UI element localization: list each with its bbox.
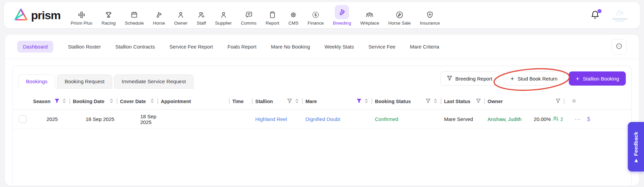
filter-funnel-icon[interactable] (287, 99, 292, 104)
breeding-report-button[interactable]: Breeding Report (440, 71, 499, 86)
mare-link[interactable]: Dignified Doubt (305, 116, 340, 122)
filter-funnel-icon-active[interactable] (55, 99, 59, 104)
header-last-status[interactable]: Last Status (441, 93, 485, 109)
nav-item-prism-plus[interactable]: Prism Plus (71, 5, 93, 26)
nav-item-supplier[interactable]: Supplier (215, 5, 232, 26)
chat-icon (244, 10, 253, 19)
header-booking-date[interactable]: Booking Date (70, 93, 117, 109)
cell-appointment (158, 110, 230, 129)
filter-funnel-icon[interactable] (426, 99, 431, 104)
nav-item-comms[interactable]: Comms (241, 5, 257, 26)
partner-stable-logo[interactable] (610, 9, 629, 22)
prism-plus-icon (77, 10, 86, 19)
filter-funnel-icon[interactable] (556, 99, 560, 104)
module-switcher: Prism Plus Racing Schedule Horse Owner S… (71, 5, 440, 26)
cell-row-actions: ⋯ $ (564, 110, 631, 129)
sort-icon[interactable] (110, 98, 113, 105)
plus-icon: + (576, 75, 579, 82)
subnav-weekly-stats[interactable]: Weekly Stats (325, 44, 354, 50)
sort-icon[interactable] (434, 98, 437, 105)
header-cover-date[interactable]: Cover Date (117, 93, 158, 109)
row-checkbox[interactable] (19, 115, 27, 123)
header-booking-status[interactable]: Booking Status (372, 93, 441, 109)
cell-last-status: Mare Served (441, 110, 485, 129)
feedback-button[interactable]: ▶ Feedback (628, 122, 644, 172)
nav-item-wrkplace[interactable]: Wrkplace (360, 5, 379, 26)
subnav-foals-report[interactable]: Foals Report (228, 44, 257, 50)
header-season[interactable]: Season (30, 93, 70, 109)
header-owner[interactable]: Owner (485, 93, 564, 109)
nav-item-staff[interactable]: Staff (197, 5, 206, 26)
svg-text:$: $ (315, 13, 317, 17)
sort-icon[interactable] (150, 98, 154, 105)
partner-logo-text-line (615, 21, 624, 22)
shield-plus-icon (426, 10, 434, 19)
prism-logo-icon (13, 7, 28, 23)
sort-icon[interactable] (364, 98, 368, 105)
owner-link[interactable]: Anshaw, Judith (488, 116, 522, 122)
subnav-stallion-contracts[interactable]: Stallion Contracts (115, 44, 155, 50)
owner-share-percent: 20.00% (534, 116, 551, 122)
filter-funnel-icon-active[interactable] (357, 99, 361, 104)
header-time[interactable]: Time (230, 93, 253, 109)
circle-ellipsis-icon (615, 42, 623, 51)
stallion-link[interactable]: Highland Reel (255, 116, 287, 122)
nav-item-horse[interactable]: Horse (153, 5, 165, 26)
cell-stallion: Highland Reel (253, 110, 303, 129)
nav-item-owner[interactable]: Owner (174, 5, 187, 26)
nav-item-horse-sale[interactable]: Horse Sale (388, 5, 411, 26)
owner-share-cluster: 20.00% 2 (534, 116, 564, 123)
nav-item-schedule[interactable]: Schedule (125, 5, 144, 26)
row-more-icon[interactable]: ⋯ (575, 116, 581, 122)
subnav-mare-criteria[interactable]: Mare Criteria (410, 44, 439, 50)
nav-item-report[interactable]: Report (266, 5, 280, 26)
partner-logo-text-line (612, 18, 627, 20)
trophy-icon (104, 10, 113, 19)
nav-item-racing[interactable]: Racing (101, 5, 116, 26)
sort-icon[interactable] (295, 98, 299, 105)
subnav-more-button[interactable] (611, 39, 627, 55)
cell-season: 2025 (30, 110, 70, 129)
subnav-stallion-roster[interactable]: Stallion Roster (68, 44, 101, 50)
header-mare[interactable]: Mare (303, 93, 372, 109)
subnav-service-fee-report[interactable]: Service Fee Report (170, 44, 213, 50)
header-column-settings[interactable] (564, 93, 631, 109)
nav-item-insurance[interactable]: Insurance (420, 5, 440, 26)
header-select-column (13, 93, 30, 109)
notifications-button[interactable] (590, 9, 601, 21)
subnav-mare-no-booking[interactable]: Mare No Booking (271, 44, 310, 50)
clipboard-icon (268, 10, 277, 19)
nav-item-breeding[interactable]: Breeding (333, 5, 351, 26)
breeding-module-panel: Dashboard Stallion Roster Stallion Contr… (5, 35, 639, 186)
subnav-dashboard[interactable]: Dashboard (17, 41, 53, 53)
column-settings-gear-icon (571, 98, 577, 105)
breeding-horse-icon (335, 5, 349, 19)
horse-circle-icon (395, 10, 404, 19)
brand-logo[interactable]: prism (13, 7, 61, 23)
mare-count-badge[interactable]: 2 (560, 117, 563, 122)
tab-bookings[interactable]: Bookings (18, 74, 55, 89)
header-stallion[interactable]: Stallion (253, 93, 303, 109)
stud-book-return-button[interactable]: + Stud Book Return (504, 71, 564, 86)
subnav-service-fee[interactable]: Service Fee (369, 44, 396, 50)
bookings-content-card: Bookings Booking Request Immediate Servi… (12, 66, 632, 186)
cell-booking-status: Confirmed (372, 110, 441, 129)
tab-booking-request[interactable]: Booking Request (57, 74, 112, 89)
group-icon (365, 10, 374, 19)
stallion-booking-button[interactable]: + Stallion Booking (569, 71, 626, 86)
header-appointment[interactable]: Appointment (158, 93, 230, 109)
filter-funnel-icon (447, 76, 452, 82)
tab-immediate-service-request[interactable]: Immediate Service Request (114, 74, 194, 89)
nav-item-finance[interactable]: $ Finance (308, 5, 324, 26)
cell-cover-date: 18 Sep 2025 (117, 110, 158, 129)
stable-logo-icon (613, 9, 626, 17)
booking-table-row[interactable]: 2025 18 Sep 2025 18 Sep 2025 Highland Re… (13, 110, 631, 129)
payment-dollar-icon[interactable]: $ (587, 116, 590, 123)
booking-status-text: Confirmed (375, 116, 398, 122)
filter-funnel-icon[interactable] (476, 99, 481, 104)
bell-icon (590, 15, 600, 21)
calendar-icon (130, 10, 139, 19)
sort-icon[interactable] (62, 98, 66, 105)
nav-item-cms[interactable]: CMS (288, 5, 298, 26)
plus-icon: + (510, 75, 514, 82)
